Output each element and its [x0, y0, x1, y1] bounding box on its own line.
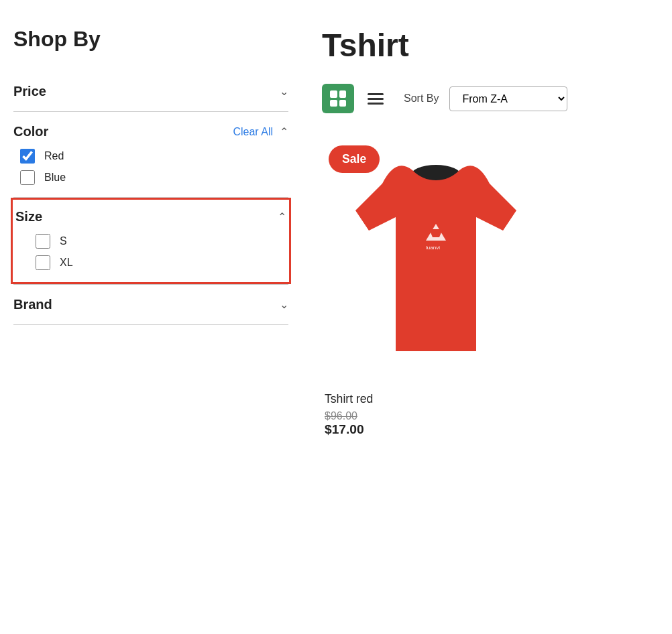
product-name: Tshirt red [325, 392, 550, 406]
product-card[interactable]: Sale luanvi [322, 133, 550, 437]
brand-filter-title: Brand [13, 297, 52, 312]
original-price: $96.00 [325, 410, 550, 422]
price-filter-section: Price ⌄ [13, 72, 288, 112]
sale-badge: Sale [329, 145, 380, 173]
color-clear-row: Clear All ⌃ [233, 125, 288, 138]
tshirt-svg: luanvi [342, 143, 530, 371]
list-view-button[interactable] [365, 90, 386, 107]
sort-by-label: Sort By [404, 92, 439, 105]
size-xl-option[interactable]: XL [36, 255, 286, 270]
shop-by-title: Shop By [13, 27, 288, 52]
color-blue-option[interactable]: Blue [20, 170, 288, 185]
svg-text:luanvi: luanvi [426, 245, 440, 251]
main-content: Tshirt Sort By From Z-A From A-Z Price L… [309, 27, 659, 607]
list-icon [368, 98, 384, 100]
sidebar: Shop By Price ⌄ Color Clear All ⌃ Red [13, 27, 309, 607]
grid-view-button[interactable] [322, 84, 354, 113]
grid-icon [330, 90, 346, 107]
size-xl-label: XL [60, 257, 73, 269]
color-blue-label: Blue [44, 172, 66, 184]
price-filter-header[interactable]: Price ⌄ [13, 84, 288, 99]
size-filter-section: Size ⌃ S XL [11, 198, 291, 284]
toolbar: Sort By From Z-A From A-Z Price Low to H… [322, 84, 659, 113]
page-title: Tshirt [322, 27, 659, 64]
brand-filter-header[interactable]: Brand ⌄ [13, 297, 288, 312]
color-red-option[interactable]: Red [20, 149, 288, 164]
color-options-list: Red Blue [13, 149, 288, 185]
sort-select[interactable]: From Z-A From A-Z Price Low to High Pric… [449, 86, 567, 111]
price-filter-title: Price [13, 84, 46, 99]
size-filter-title: Size [15, 209, 42, 225]
size-filter-wrapper: Size ⌃ S XL [13, 198, 288, 285]
size-filter-header[interactable]: Size ⌃ [15, 209, 286, 225]
color-filter-section: Color Clear All ⌃ Red Blue [13, 112, 288, 198]
price-chevron-icon: ⌄ [280, 85, 288, 98]
list-icon [368, 103, 384, 105]
product-info: Tshirt red $96.00 $17.00 [322, 392, 550, 437]
sale-price: $17.00 [325, 422, 550, 437]
brand-filter-section: Brand ⌄ [13, 285, 288, 325]
color-filter-title: Color [13, 124, 48, 139]
brand-chevron-icon: ⌄ [280, 298, 288, 311]
size-chevron-icon: ⌃ [278, 210, 286, 223]
list-icon [368, 93, 384, 95]
color-blue-checkbox[interactable] [20, 170, 35, 185]
color-filter-header: Color Clear All ⌃ [13, 124, 288, 139]
size-s-label: S [60, 235, 67, 247]
size-options-list: S XL [15, 234, 286, 270]
color-chevron-icon: ⌃ [280, 125, 288, 138]
color-red-label: Red [44, 150, 64, 162]
color-red-checkbox[interactable] [20, 149, 35, 164]
size-xl-checkbox[interactable] [36, 255, 50, 270]
size-s-checkbox[interactable] [36, 234, 50, 249]
clear-all-button[interactable]: Clear All [233, 126, 273, 138]
size-s-option[interactable]: S [36, 234, 286, 249]
